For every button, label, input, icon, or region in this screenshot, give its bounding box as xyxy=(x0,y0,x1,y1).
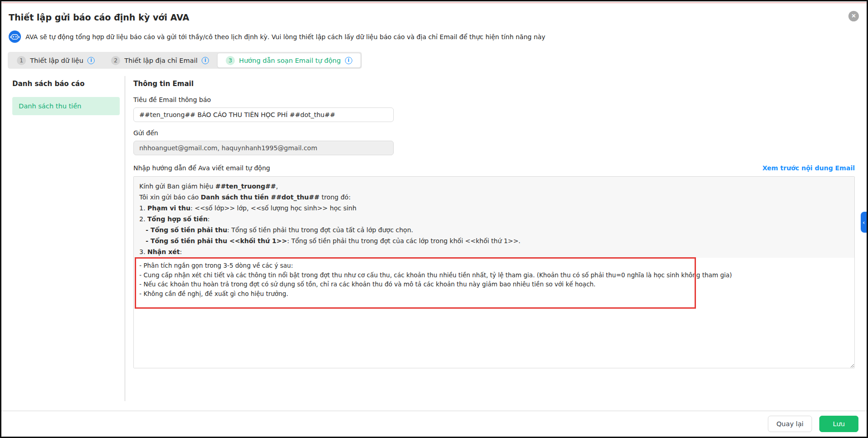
footer-bar: Quay lại Lưu xyxy=(1,411,867,437)
report-list-header: Danh sách báo cáo xyxy=(12,80,119,88)
preview-email-link[interactable]: Xem trước nội dung Email xyxy=(762,164,855,172)
sidebar-item-danh-sach-thu-tien[interactable]: Danh sách thu tiền xyxy=(12,97,120,115)
save-button[interactable]: Lưu xyxy=(819,416,858,432)
step-label: Thiết lập địa chỉ Email xyxy=(124,57,198,64)
section-title: Thông tin Email xyxy=(133,80,855,88)
chevron-left-icon: ‹ xyxy=(863,219,865,226)
info-icon[interactable]: i xyxy=(345,57,352,64)
step-number: 1 xyxy=(17,56,26,65)
close-button[interactable]: ✕ xyxy=(848,11,859,21)
step-tab-email-compose-guide[interactable]: 3 Hướng dẫn soạn Email tự động i xyxy=(217,53,361,68)
email-instruction-editor: Kính gửi Ban giám hiệu ##ten_truong##,Tô… xyxy=(133,176,855,368)
ava-bot-icon xyxy=(9,31,21,43)
page-title: Thiết lập gửi báo cáo định kỳ với AVA xyxy=(9,12,867,22)
instructions-label: Nhập hướng dẫn để Ava viết email tự động xyxy=(133,164,270,172)
subject-label: Tiêu đề Email thông báo xyxy=(133,96,855,103)
top-accent-line xyxy=(1,2,867,3)
collapse-panel-handle[interactable]: ‹ xyxy=(861,212,867,233)
steps-bar: 1 Thiết lập dữ liệu i 2 Thiết lập địa ch… xyxy=(8,52,362,69)
email-info-panel: Thông tin Email Tiêu đề Email thông báo … xyxy=(125,76,868,401)
step-label: Hướng dẫn soạn Email tự động xyxy=(239,57,341,64)
email-subject-input[interactable] xyxy=(133,107,394,122)
recipients-input[interactable] xyxy=(133,141,394,155)
report-list-sidebar: Danh sách báo cáo Danh sách thu tiền xyxy=(1,76,125,401)
step-label: Thiết lập dữ liệu xyxy=(30,57,83,64)
description-row: AVA sẽ tự động tổng hợp dữ liệu báo cáo … xyxy=(9,31,867,43)
info-icon[interactable]: i xyxy=(202,57,209,64)
instructions-textarea[interactable] xyxy=(134,258,854,368)
step-tab-data-setup[interactable]: 1 Thiết lập dữ liệu i xyxy=(9,53,103,68)
report-setup-modal: ✕ Thiết lập gửi báo cáo định kỳ với AVA … xyxy=(0,0,868,438)
recipients-label: Gửi đến xyxy=(133,129,855,137)
step-tab-email-address[interactable]: 2 Thiết lập địa chỉ Email i xyxy=(103,53,217,68)
editor-template-text: Kính gửi Ban giám hiệu ##ten_truong##,Tô… xyxy=(134,177,854,258)
info-icon[interactable]: i xyxy=(87,57,95,64)
step-number: 2 xyxy=(111,56,120,65)
back-button[interactable]: Quay lại xyxy=(768,416,812,432)
content-area: Danh sách báo cáo Danh sách thu tiền Thô… xyxy=(1,76,867,401)
step-number: 3 xyxy=(226,56,235,65)
modal-description: AVA sẽ tự động tổng hợp dữ liệu báo cáo … xyxy=(25,33,545,41)
close-icon: ✕ xyxy=(851,13,856,19)
